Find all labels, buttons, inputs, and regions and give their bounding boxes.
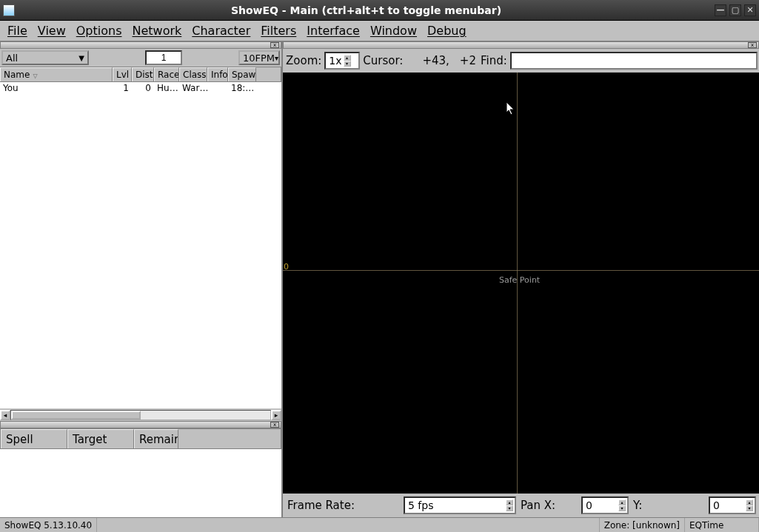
- cell-spawn: 18:…: [228, 82, 256, 95]
- menubar: File View Options Network Character Filt…: [0, 21, 759, 41]
- axis-origin-label: 0: [284, 262, 289, 272]
- map-close-icon[interactable]: x: [748, 42, 757, 48]
- col-name[interactable]: Name▽: [0, 67, 113, 81]
- cursor-y: +2: [458, 54, 478, 67]
- menu-view[interactable]: View: [33, 22, 70, 39]
- fps-combo[interactable]: 10FPM ▾: [238, 50, 280, 65]
- menu-options[interactable]: Options: [72, 22, 127, 39]
- cursor-x: +43,: [421, 54, 450, 67]
- status-version: ShowEQ 5.13.10.40: [0, 518, 97, 532]
- menu-window[interactable]: Window: [366, 22, 421, 39]
- status-eqtime: EQTime: [685, 518, 759, 532]
- spelllist-dragbar[interactable]: x: [0, 421, 281, 428]
- panx-value: 0: [586, 499, 592, 511]
- chevron-down-icon: ▾: [275, 54, 278, 62]
- col-info[interactable]: Info: [207, 67, 228, 81]
- map-dragbar[interactable]: x: [283, 41, 759, 49]
- panx-spinbox[interactable]: 0 ▴▾: [581, 496, 629, 514]
- spawnlist-toolbar: All ▼ 10FPM ▾: [0, 49, 281, 67]
- spawnlist-close-icon[interactable]: x: [270, 42, 279, 48]
- scroll-right-icon[interactable]: ▸: [271, 410, 281, 420]
- spin-up-icon[interactable]: ▴: [618, 499, 626, 505]
- spelllist-body: [0, 449, 281, 517]
- spin-up-icon[interactable]: ▴: [506, 499, 513, 505]
- menu-file[interactable]: File: [3, 22, 32, 39]
- spin-down-icon[interactable]: ▾: [746, 505, 753, 511]
- close-button[interactable]: ✕: [744, 4, 756, 16]
- col-lvl[interactable]: Lvl: [113, 67, 132, 81]
- cell-name: You: [0, 82, 113, 95]
- app-icon: [3, 4, 15, 16]
- safe-point-label: Safe Point: [499, 275, 540, 285]
- menu-character[interactable]: Character: [187, 22, 255, 39]
- map-toolbar: Zoom: 1x ▴▾ Cursor: +43, +2 Find:: [283, 49, 759, 73]
- col-dist[interactable]: Dist: [132, 67, 154, 81]
- spelllist-header: Spell Target Remair: [0, 428, 281, 449]
- minimize-button[interactable]: —: [715, 4, 726, 16]
- status-bar: ShowEQ 5.13.10.40 Zone: [unknown] EQTime: [0, 517, 759, 532]
- framerate-spinbox[interactable]: 5 fps ▴▾: [404, 496, 516, 514]
- pany-spinbox[interactable]: 0 ▴▾: [709, 496, 756, 514]
- cell-lvl: 1: [113, 82, 132, 95]
- window-title: ShowEQ - Main (ctrl+alt+t to toggle menu…: [21, 4, 712, 16]
- spin-down-icon[interactable]: ▾: [618, 505, 626, 511]
- mouse-cursor-icon: [506, 102, 515, 115]
- zoom-spinbox[interactable]: 1x ▴▾: [324, 52, 360, 70]
- spawnlist-body: You 1 0 Hu… War… 18:…: [0, 82, 281, 408]
- menu-network[interactable]: Network: [127, 22, 186, 39]
- chevron-down-icon: ▼: [78, 54, 84, 62]
- map-view[interactable]: 0 Safe Point: [283, 73, 759, 494]
- window-titlebar: ShowEQ - Main (ctrl+alt+t to toggle menu…: [0, 0, 759, 21]
- fps-value: 10FPM: [243, 53, 275, 64]
- scroll-thumb[interactable]: [11, 411, 141, 420]
- cell-dist: 0: [132, 82, 154, 95]
- spawn-count-input[interactable]: [145, 50, 182, 65]
- menu-debug[interactable]: Debug: [423, 22, 471, 39]
- cell-info: [207, 82, 228, 95]
- pany-label: Y:: [632, 499, 643, 512]
- find-label: Find:: [479, 54, 509, 67]
- spin-down-icon[interactable]: ▾: [506, 505, 513, 511]
- framerate-label: Frame Rate:: [286, 499, 401, 512]
- table-row[interactable]: You 1 0 Hu… War… 18:…: [0, 82, 281, 95]
- menu-filters[interactable]: Filters: [256, 22, 301, 39]
- spawn-filter-combo[interactable]: All ▼: [1, 50, 89, 65]
- axis-horizontal: [283, 270, 759, 271]
- menu-interface[interactable]: Interface: [302, 22, 364, 39]
- spin-up-icon[interactable]: ▴: [746, 499, 753, 505]
- col-spawn[interactable]: Spaw: [228, 67, 256, 81]
- status-zone: Zone: [unknown]: [599, 518, 685, 532]
- cursor-label: Cursor:: [361, 54, 404, 67]
- col-remain[interactable]: Remair: [134, 429, 178, 448]
- sort-asc-icon: ▽: [33, 73, 37, 79]
- col-class[interactable]: Class: [179, 67, 207, 81]
- find-input[interactable]: [510, 52, 758, 70]
- zoom-label: Zoom:: [284, 54, 323, 67]
- zoom-value: 1x: [329, 55, 341, 67]
- col-target[interactable]: Target: [67, 429, 134, 448]
- scroll-left-icon[interactable]: ◂: [0, 410, 10, 420]
- spelllist-close-icon[interactable]: x: [270, 422, 279, 428]
- pany-value: 0: [713, 499, 720, 511]
- framerate-value: 5 fps: [408, 499, 433, 511]
- spawnlist-hscroll[interactable]: ◂ ▸: [0, 408, 281, 421]
- maximize-button[interactable]: ▢: [729, 4, 741, 16]
- spawnlist-header: Name▽ Lvl Dist Race Class Info Spaw: [0, 67, 281, 82]
- cell-class: War…: [179, 82, 207, 95]
- spawnlist-dragbar[interactable]: x: [0, 41, 281, 49]
- map-bottombar: Frame Rate: 5 fps ▴▾ Pan X: 0 ▴▾ Y: 0 ▴▾: [283, 494, 759, 517]
- spin-up-icon[interactable]: ▴: [344, 55, 351, 61]
- panx-label: Pan X:: [519, 499, 578, 512]
- spawn-filter-value: All: [6, 53, 18, 64]
- col-race[interactable]: Race: [154, 67, 179, 81]
- scroll-track[interactable]: [10, 410, 271, 420]
- spin-down-icon[interactable]: ▾: [344, 61, 351, 67]
- cell-race: Hu…: [154, 82, 179, 95]
- col-spell[interactable]: Spell: [1, 429, 67, 448]
